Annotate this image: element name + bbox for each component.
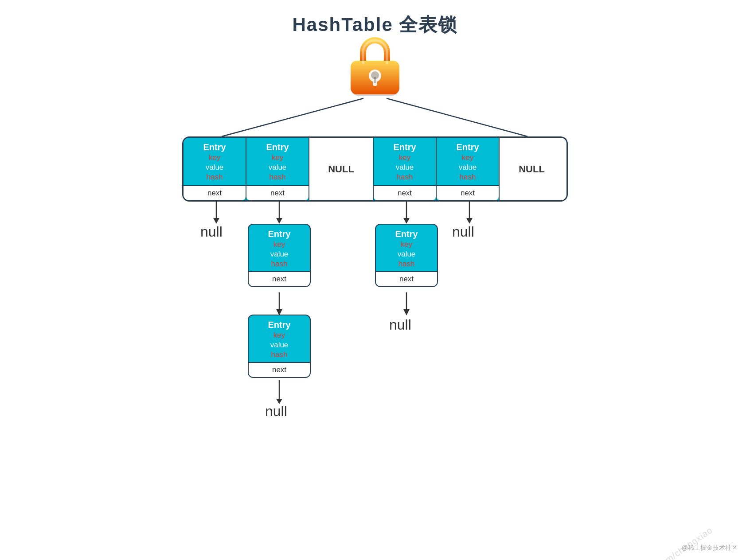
array-cell-4: Entry key value hash next bbox=[437, 138, 500, 200]
entry-key-3: key bbox=[399, 153, 410, 162]
entry-key-1: key bbox=[272, 153, 283, 162]
svg-marker-19 bbox=[403, 309, 410, 315]
chain1-e2-next: next bbox=[249, 362, 310, 377]
chain1-e2-value: value bbox=[270, 341, 289, 350]
svg-marker-17 bbox=[403, 218, 410, 224]
entry-key-4: key bbox=[462, 153, 473, 162]
chain1-e1-next: next bbox=[249, 271, 310, 286]
lock-icon bbox=[346, 35, 404, 97]
null-label-2: NULL bbox=[328, 163, 354, 175]
entry-label-4: Entry bbox=[456, 142, 479, 152]
chain3-e1-next: next bbox=[376, 271, 437, 286]
entry-hash-3: hash bbox=[397, 173, 413, 182]
chain0-null: null bbox=[200, 224, 223, 240]
chain1-entry-2: Entry key value hash next bbox=[248, 315, 311, 378]
null-label-5: NULL bbox=[519, 163, 545, 175]
entry-hash-4: hash bbox=[460, 173, 476, 182]
array-cell-5: NULL bbox=[500, 138, 564, 200]
chain1-entry-1: Entry key value hash next bbox=[248, 224, 311, 287]
chain1-null: null bbox=[265, 403, 287, 420]
chain1-e2-hash: hash bbox=[271, 350, 288, 359]
hashtable-array: Entry key value hash next Entry key valu… bbox=[182, 136, 568, 202]
chain3-entry-1: Entry key value hash next bbox=[375, 224, 438, 287]
entry-value-1: value bbox=[269, 163, 287, 172]
svg-line-7 bbox=[387, 98, 527, 136]
entry-label-1: Entry bbox=[266, 142, 289, 152]
entry-value-3: value bbox=[396, 163, 414, 172]
entry-next-4: next bbox=[437, 185, 499, 200]
entry-hash-1: hash bbox=[270, 173, 286, 182]
chain3-e1-key: key bbox=[401, 240, 412, 249]
chain1-e2-label: Entry bbox=[268, 320, 290, 330]
entry-value-0: value bbox=[206, 163, 224, 172]
entry-hash-0: hash bbox=[207, 173, 223, 182]
watermark: http://www.cnblogs.com/chengxiao bbox=[586, 525, 715, 560]
chain3-null: null bbox=[389, 317, 411, 333]
attribution: @稀土掘金技术社区 bbox=[682, 544, 738, 552]
entry-next-1: next bbox=[246, 185, 309, 200]
svg-rect-5 bbox=[374, 77, 376, 83]
svg-marker-9 bbox=[213, 218, 219, 224]
chain1-e2-key: key bbox=[273, 331, 285, 340]
entry-value-4: value bbox=[459, 163, 477, 172]
array-cell-2: NULL bbox=[309, 138, 374, 200]
chain3-e1-value: value bbox=[398, 250, 416, 259]
svg-marker-11 bbox=[276, 218, 282, 224]
chain3-e1-hash: hash bbox=[398, 260, 415, 268]
entry-next-0: next bbox=[184, 185, 246, 200]
chain1-e1-hash: hash bbox=[271, 260, 288, 268]
page-title: HashTable 全表锁 bbox=[0, 0, 750, 37]
array-cell-3: Entry key value hash next bbox=[374, 138, 437, 200]
chain3-e1-label: Entry bbox=[395, 229, 418, 239]
entry-label-0: Entry bbox=[203, 142, 226, 152]
array-cell-0: Entry key value hash next bbox=[184, 138, 246, 200]
chain1-e1-key: key bbox=[273, 240, 285, 249]
svg-marker-21 bbox=[466, 218, 473, 224]
entry-label-3: Entry bbox=[393, 142, 416, 152]
chain1-e1-label: Entry bbox=[268, 229, 290, 239]
chain4-null: null bbox=[452, 224, 474, 240]
chain1-e1-value: value bbox=[270, 250, 289, 259]
array-cell-1: Entry key value hash next bbox=[246, 138, 309, 200]
svg-line-6 bbox=[222, 98, 363, 136]
entry-next-3: next bbox=[374, 185, 436, 200]
entry-key-0: key bbox=[209, 153, 220, 162]
